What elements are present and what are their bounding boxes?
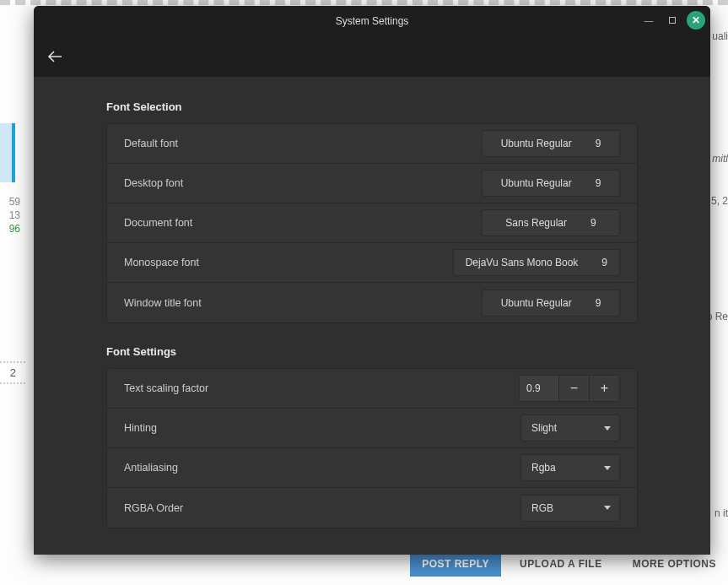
row-document-font: Document font Sans Regular 9 (107, 203, 637, 243)
row-monospace-font: Monospace font DejaVu Sans Mono Book 9 (107, 243, 637, 283)
plus-icon: + (601, 381, 608, 396)
scaling-input[interactable] (520, 376, 558, 401)
font-name: DejaVu Sans Mono Book (466, 257, 579, 268)
antialiasing-dropdown[interactable]: Rgba (520, 454, 620, 481)
chevron-down-icon (604, 506, 611, 510)
row-window-title-font: Window title font Ubuntu Regular 9 (107, 283, 637, 322)
dropdown-value: Rgba (531, 462, 556, 474)
minus-icon: − (570, 381, 578, 396)
settings-content[interactable]: Font Selection Default font Ubuntu Regul… (34, 77, 710, 555)
row-label: Hinting (124, 422, 157, 434)
arrow-left-icon (47, 51, 62, 62)
close-icon: ✕ (692, 14, 700, 26)
row-label: Text scaling factor (124, 382, 208, 394)
post-reply-button[interactable]: POST REPLY (410, 551, 501, 577)
font-settings-panel: Text scaling factor − + Hinting Slight A… (106, 368, 638, 528)
font-selection-panel: Default font Ubuntu Regular 9 Desktop fo… (106, 123, 638, 323)
bg-text: 5, 2 (711, 195, 728, 207)
font-size: 9 (596, 297, 601, 309)
font-size: 9 (596, 138, 601, 149)
document-font-button[interactable]: Sans Regular 9 (482, 209, 620, 236)
more-options-button[interactable]: MORE OPTIONS (621, 551, 728, 577)
font-size: 9 (596, 177, 601, 189)
minimize-button[interactable]: — (639, 11, 658, 30)
desktop-font-button[interactable]: Ubuntu Regular 9 (482, 170, 620, 197)
system-settings-window: System Settings — ✕ Font Selection Defau… (34, 6, 710, 555)
bg-text: n it (715, 507, 728, 519)
window-title: System Settings (336, 15, 409, 27)
default-font-button[interactable]: Ubuntu Regular 9 (482, 130, 620, 157)
font-name: Ubuntu Regular (501, 297, 572, 309)
maximize-icon (669, 17, 676, 24)
bg-pagination[interactable]: 2 (0, 361, 25, 384)
scaling-spinner: − + (519, 375, 620, 402)
bg-text: uali (712, 30, 728, 42)
chevron-down-icon (604, 466, 611, 470)
window-title-font-button[interactable]: Ubuntu Regular 9 (482, 290, 620, 317)
font-size: 9 (590, 217, 596, 229)
rgba-order-dropdown[interactable]: RGB (520, 495, 620, 522)
maximize-button[interactable] (663, 11, 682, 30)
row-antialiasing: Antialiasing Rgba (107, 448, 637, 488)
row-label: RGBA Order (124, 502, 183, 514)
scaling-decrement[interactable]: − (558, 376, 589, 401)
dropdown-value: RGB (531, 502, 553, 514)
row-desktop-font: Desktop font Ubuntu Regular 9 (107, 164, 637, 203)
titlebar[interactable]: System Settings — ✕ (34, 6, 710, 36)
bg-numbers: 59 13 96 (0, 195, 24, 236)
row-rgba-order: RGBA Order RGB (107, 488, 637, 528)
scaling-increment[interactable]: + (589, 376, 619, 401)
row-label: Monospace font (124, 257, 199, 268)
hinting-dropdown[interactable]: Slight (520, 414, 620, 441)
row-label: Desktop font (124, 177, 183, 189)
row-label: Window title font (124, 297, 202, 309)
dropdown-value: Slight (531, 422, 557, 434)
close-button[interactable]: ✕ (687, 11, 705, 30)
bg-action-bar: POST REPLY UPLOAD A FILE MORE OPTIONS (410, 551, 728, 577)
font-size: 9 (601, 257, 607, 268)
row-default-font: Default font Ubuntu Regular 9 (107, 124, 637, 164)
window-controls: — ✕ (639, 11, 705, 30)
section-title-font-settings: Font Settings (106, 345, 638, 358)
upload-file-button[interactable]: UPLOAD A FILE (508, 551, 614, 577)
row-hinting: Hinting Slight (107, 409, 637, 448)
font-name: Sans Regular (505, 217, 567, 229)
row-label: Antialiasing (124, 462, 178, 474)
bg-text: mitl (712, 153, 728, 165)
row-text-scaling: Text scaling factor − + (107, 369, 637, 409)
font-name: Ubuntu Regular (501, 177, 572, 189)
font-name: Ubuntu Regular (501, 138, 572, 149)
bg-sidebar-highlight (0, 123, 15, 182)
row-label: Document font (124, 217, 192, 229)
chevron-down-icon (604, 426, 611, 431)
row-label: Default font (124, 138, 178, 149)
back-button[interactable] (47, 51, 62, 62)
section-title-font-selection: Font Selection (106, 100, 638, 113)
header-toolbar (34, 36, 710, 77)
monospace-font-button[interactable]: DejaVu Sans Mono Book 9 (453, 249, 620, 276)
